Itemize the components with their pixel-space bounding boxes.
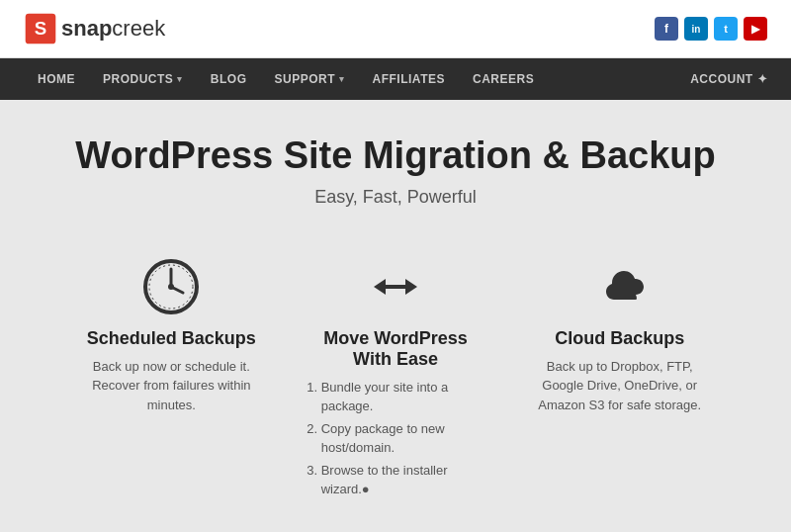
logo[interactable]: S snapcreek <box>24 12 165 45</box>
linkedin-icon[interactable]: in <box>684 17 708 41</box>
nav-item-careers[interactable]: CAREERS <box>459 58 548 100</box>
svg-marker-7 <box>374 279 417 295</box>
feature-migration: Move WordPress With Ease Bundle your sit… <box>284 257 508 502</box>
twitter-icon[interactable]: t <box>714 17 738 41</box>
youtube-icon[interactable]: ▶ <box>744 17 767 41</box>
feature-cloud-title: Cloud Backups <box>527 328 712 349</box>
site-header: S snapcreek f in t ▶ <box>0 0 791 58</box>
nav-item-blog[interactable]: BLOG <box>197 58 261 100</box>
migration-step-1: Bundle your site into a package. <box>321 378 488 416</box>
support-arrow: ▾ <box>339 74 345 84</box>
hero-subtitle: Easy, Fast, Powerful <box>24 187 767 208</box>
feature-migration-title: Move WordPress With Ease <box>304 328 488 370</box>
clock-icon <box>79 257 264 316</box>
cloud-icon <box>527 257 712 316</box>
feature-backups-desc: Back up now or schedule it. Recover from… <box>79 357 264 415</box>
nav-item-support[interactable]: SUPPORT ▾ <box>261 58 359 100</box>
feature-cloud: Cloud Backups Back up to Dropbox, FTP, G… <box>507 257 732 502</box>
svg-point-6 <box>168 284 174 290</box>
products-arrow: ▾ <box>177 74 183 84</box>
feature-backups: Scheduled Backups Back up now or schedul… <box>59 257 284 502</box>
nav-account[interactable]: ACCOUNT ✦ <box>690 72 767 86</box>
arrows-icon <box>304 257 488 316</box>
facebook-icon[interactable]: f <box>655 17 678 41</box>
nav-item-home[interactable]: HOME <box>24 58 89 100</box>
hero-title: WordPress Site Migration & Backup <box>24 135 767 177</box>
nav-left: HOME PRODUCTS ▾ BLOG SUPPORT ▾ AFFILIATE… <box>24 58 548 100</box>
main-nav: HOME PRODUCTS ▾ BLOG SUPPORT ▾ AFFILIATE… <box>0 58 791 100</box>
features-section: Scheduled Backups Back up now or schedul… <box>0 227 791 522</box>
feature-backups-title: Scheduled Backups <box>79 328 264 349</box>
nav-item-products[interactable]: PRODUCTS ▾ <box>89 58 197 100</box>
migration-step-3: Browse to the installer wizard.● <box>321 461 488 499</box>
migration-step-2: Copy package to new host/domain. <box>321 419 488 458</box>
cta-section: Get Duplicator Pro ❯ <box>0 522 791 532</box>
svg-text:S: S <box>35 18 46 39</box>
feature-cloud-desc: Back up to Dropbox, FTP, Google Drive, O… <box>527 357 712 415</box>
hero-section: WordPress Site Migration & Backup Easy, … <box>0 100 791 227</box>
social-icons: f in t ▶ <box>655 17 767 41</box>
logo-text: snapcreek <box>61 16 165 42</box>
logo-icon: S <box>24 12 57 45</box>
nav-item-affiliates[interactable]: AFFILIATES <box>359 58 459 100</box>
feature-migration-desc: Bundle your site into a package. Copy pa… <box>304 378 488 499</box>
